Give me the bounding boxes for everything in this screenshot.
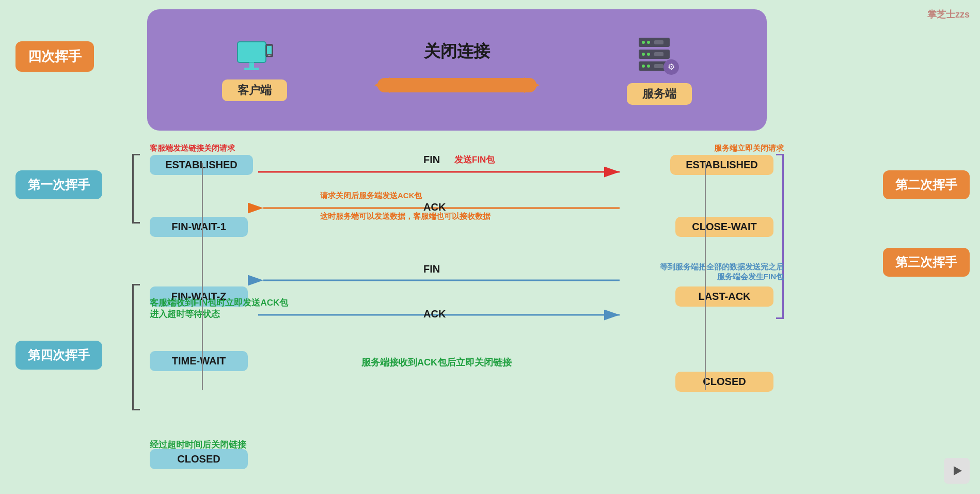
closed-left-state: CLOSED: [150, 449, 248, 469]
ann-wait-server-fin: 等到服务端把全部的数据发送完之后: [660, 262, 784, 272]
fourth-handshake-label: 第四次挥手: [15, 341, 102, 370]
server-section: ⚙ 服务端: [627, 35, 692, 105]
svg-point-21: [647, 65, 650, 68]
closed-right-state: CLOSED: [675, 372, 773, 392]
send-fin-ann: 发送FIN包: [454, 154, 495, 166]
client-icons: [235, 39, 274, 75]
svg-point-12: [642, 41, 645, 44]
bracket-first-handshake: [132, 154, 140, 224]
arrow-section: 关闭连接: [374, 40, 540, 100]
svg-rect-14: [654, 40, 663, 44]
second-handshake-label: 第二次挥手: [883, 170, 970, 199]
double-arrow-icon: [374, 71, 540, 100]
established-right-state: ESTABLISHED: [670, 155, 773, 175]
svg-rect-4: [267, 46, 272, 54]
last-ack-state: LAST-ACK: [675, 286, 773, 307]
server-icon: ⚙: [636, 35, 683, 79]
top-connection-box: 客户端 关闭连接: [147, 9, 767, 131]
ann-client-send-fin: 客服端发送链接关闭请求: [150, 144, 235, 153]
fin-arrow-svg: [258, 164, 635, 180]
ann-server-immediate: 服务端立即关闭请求: [714, 144, 784, 153]
third-handshake-label: 第三次挥手: [883, 248, 970, 277]
left-vertical-line: [201, 163, 203, 390]
ann-after-close-ack: 请求关闭后服务端发送ACK包: [320, 191, 422, 201]
ann-server-close-after-ack: 服务端接收到ACK包后立即关闭链接: [361, 356, 512, 369]
svg-rect-0: [238, 42, 266, 62]
svg-point-20: [642, 65, 645, 68]
ann-client-send-ack: 客服端收到FIN包时立即发送ACK包: [150, 297, 288, 309]
play-button[interactable]: [944, 458, 970, 484]
ack-arrow-2-svg: [258, 307, 635, 323]
bracket-second-third-handshake: [776, 154, 784, 319]
close-wait-state: CLOSE-WAIT: [675, 217, 773, 237]
fin-label: FIN: [423, 154, 440, 166]
monitor-icon: [235, 39, 274, 75]
svg-rect-18: [654, 52, 663, 56]
client-label: 客户端: [222, 79, 287, 101]
time-wait-state: TIME-WAIT: [150, 351, 248, 371]
fin-wait-1-state: FIN-WAIT-1: [150, 217, 248, 237]
bracket-fourth-handshake: [132, 284, 140, 410]
fin-arrow-2-svg: [258, 273, 635, 288]
client-section: 客户端: [222, 39, 287, 101]
svg-marker-33: [954, 466, 962, 475]
ann-after-timeout: 经过超时时间后关闭链接: [150, 439, 246, 451]
svg-point-13: [647, 41, 650, 44]
svg-rect-5: [268, 55, 271, 56]
ann-enter-timeout: 进入超时等待状态: [150, 308, 220, 320]
ann-server-fin-packet: 服务端会发生FIN包: [717, 272, 784, 282]
ack-label-2: ACK: [423, 308, 446, 320]
play-icon: [951, 465, 963, 477]
svg-rect-22: [654, 64, 663, 68]
fin-label-2: FIN: [423, 263, 440, 275]
watermark: 掌芝士zzs: [927, 8, 970, 21]
svg-text:⚙: ⚙: [668, 62, 675, 71]
right-vertical-line: [704, 163, 706, 390]
connection-title: 关闭连接: [424, 40, 490, 63]
svg-rect-2: [244, 68, 259, 70]
svg-point-16: [642, 53, 645, 56]
svg-rect-1: [249, 62, 254, 68]
four-handshake-label: 四次挥手: [15, 41, 94, 72]
server-label: 服务端: [627, 83, 692, 105]
first-handshake-label: 第一次挥手: [15, 170, 102, 199]
svg-point-17: [647, 53, 650, 56]
ann-server-can-send: 这时服务端可以发送数据，客服端也可以接收数据: [320, 212, 491, 221]
